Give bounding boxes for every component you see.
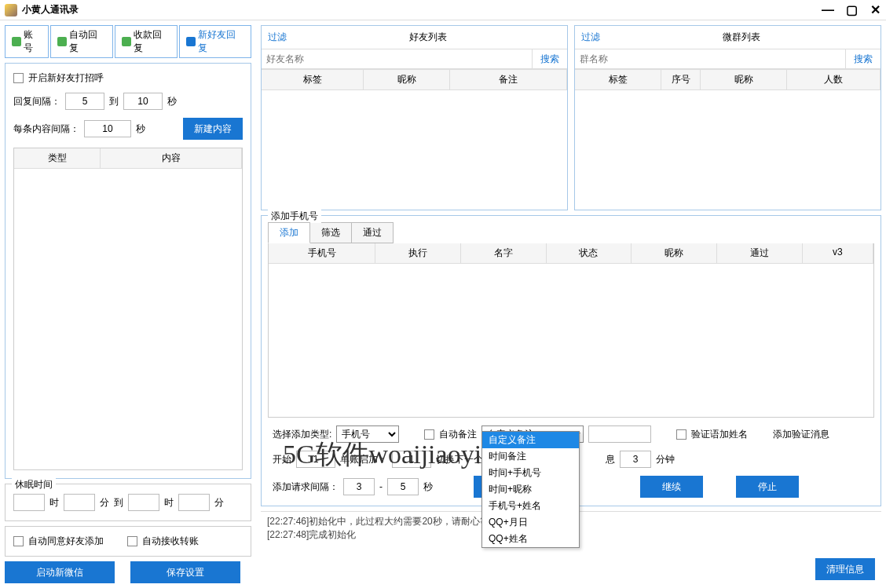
maximize-icon[interactable]: ▢ xyxy=(845,2,858,17)
doc-icon xyxy=(57,37,67,46)
content-interval-label: 每条内容间隔： xyxy=(13,122,79,136)
interval-from-input[interactable] xyxy=(65,93,104,110)
newfriend-panel: 开启新好友打招呼 回复间隔： 到 秒 每条内容间隔： 秒 新建内容 类型 内容 xyxy=(5,63,251,479)
type-select[interactable]: 手机号 xyxy=(336,425,399,443)
restmin-label: 分钟 xyxy=(656,453,675,466)
sleep-legend: 休眠时间 xyxy=(12,478,56,491)
content-interval-input[interactable] xyxy=(84,120,131,137)
reqto-input[interactable] xyxy=(387,478,419,495)
enable-checkbox[interactable] xyxy=(13,73,24,83)
tab-label: 新好友回复 xyxy=(198,28,244,55)
sec-label: 秒 xyxy=(167,95,177,108)
tab-account[interactable]: 账号 xyxy=(5,25,49,58)
rest-label: 息 xyxy=(606,453,615,466)
dropdown-item[interactable]: QQ+姓名 xyxy=(482,531,579,547)
auto-recv-checkbox[interactable] xyxy=(127,536,137,546)
continue-button[interactable]: 继续 xyxy=(640,476,703,498)
dropdown-item[interactable]: QQ+月日 xyxy=(482,514,579,531)
sleep-m2[interactable] xyxy=(178,494,210,511)
launch-button[interactable]: 启动新微信 xyxy=(5,561,115,583)
start-label: 开始 xyxy=(273,453,291,466)
dropdown-item[interactable]: 时间+手机号 xyxy=(482,465,579,481)
col-type: 类型 xyxy=(14,148,101,168)
single-label: 单账启加： xyxy=(340,453,387,466)
dropdown-item[interactable]: 时间+昵称 xyxy=(482,481,579,498)
minimize-icon[interactable]: — xyxy=(822,3,834,17)
search-button[interactable]: 搜索 xyxy=(532,49,567,68)
filter-link[interactable]: 过滤 xyxy=(268,31,287,44)
start-input[interactable] xyxy=(296,451,335,468)
single-input[interactable] xyxy=(392,451,431,468)
subtab-pass[interactable]: 通过 xyxy=(351,222,394,243)
bottom-buttons: 启动新微信 保存设置 xyxy=(5,561,251,583)
remark-input[interactable] xyxy=(588,425,651,443)
interval-to-input[interactable] xyxy=(123,93,163,110)
group-search-input[interactable] xyxy=(575,49,845,68)
col-phone: 手机号 xyxy=(269,243,375,263)
tab-newfriend[interactable]: 新好友回复 xyxy=(179,25,251,58)
new-content-button[interactable]: 新建内容 xyxy=(183,118,243,140)
left-tabs: 账号 自动回复 收款回复 新好友回复 xyxy=(5,25,251,58)
dropdown-item[interactable]: 时间备注 xyxy=(482,448,579,465)
titlebar: 小黄人通讯录 — ▢ ✕ xyxy=(0,0,886,20)
tab-payment[interactable]: 收款回复 xyxy=(115,25,178,58)
h-label: 时 xyxy=(164,496,174,509)
sleep-h1[interactable] xyxy=(13,494,45,511)
tab-label: 账号 xyxy=(24,28,42,55)
sec-label: 秒 xyxy=(423,480,433,494)
tab-autoreply[interactable]: 自动回复 xyxy=(50,25,113,58)
dash-label: - xyxy=(379,481,383,492)
remark-dropdown[interactable]: 自定义备注 时间备注 时间+手机号 时间+昵称 手机号+姓名 QQ+月日 QQ+… xyxy=(481,431,580,548)
search-button[interactable]: 搜索 xyxy=(845,49,881,68)
col-content: 内容 xyxy=(101,148,242,168)
col-nick: 昵称 xyxy=(632,243,717,263)
tab-label: 收款回复 xyxy=(134,28,170,55)
rest-input[interactable] xyxy=(620,451,651,468)
doc-icon xyxy=(12,37,21,46)
auto-agree-label: 自动同意好友添加 xyxy=(28,535,104,548)
close-icon[interactable]: ✕ xyxy=(869,2,881,17)
sleep-m1[interactable] xyxy=(64,494,95,511)
window-buttons: — ▢ ✕ xyxy=(822,2,881,17)
addphone-legend: 添加手机号 xyxy=(268,210,321,223)
subtab-filter[interactable]: 筛选 xyxy=(309,222,352,243)
auto-agree-checkbox[interactable] xyxy=(13,536,24,546)
h-label: 时 xyxy=(49,496,59,509)
verifyname-label: 验证语加姓名 xyxy=(691,428,748,441)
autoremark-checkbox[interactable] xyxy=(424,429,434,440)
sleep-h2[interactable] xyxy=(128,494,159,511)
friend-search-input[interactable] xyxy=(262,49,532,68)
stop-button[interactable]: 停止 xyxy=(736,476,799,498)
app-icon xyxy=(5,4,17,16)
doc-icon xyxy=(122,37,131,46)
doc-icon xyxy=(186,37,196,46)
col-exec: 执行 xyxy=(375,243,461,263)
interval-label: 回复间隔： xyxy=(13,95,60,108)
reqint-label: 添加请求间隔： xyxy=(273,480,339,494)
dropdown-item[interactable]: 手机号+姓名 xyxy=(482,498,579,514)
clear-button[interactable]: 清理信息 xyxy=(815,558,875,580)
filter-link[interactable]: 过滤 xyxy=(581,31,600,44)
verifyname-checkbox[interactable] xyxy=(676,429,686,440)
content-grid[interactable]: 类型 内容 xyxy=(13,148,243,470)
list-title: 微群列表 xyxy=(608,31,874,44)
col-nick: 昵称 xyxy=(701,70,787,89)
group-list-box: 过滤微群列表 搜索 标签 序号 昵称 人数 xyxy=(574,25,881,210)
to-label: 到 xyxy=(109,95,119,108)
sleep-fieldset: 休眠时间 时 分 到 时 分 xyxy=(5,484,251,521)
autoremark-label: 自动备注 xyxy=(439,428,477,441)
reqfrom-input[interactable] xyxy=(343,478,375,495)
col-status: 状态 xyxy=(547,243,632,263)
addverify-link[interactable]: 添加验证消息 xyxy=(773,428,829,441)
tab-label: 自动回复 xyxy=(69,28,106,55)
selecttype-label: 选择添加类型: xyxy=(273,428,331,441)
auto-options: 自动同意好友添加 自动接收转账 xyxy=(5,526,251,557)
enable-label: 开启新好友打招呼 xyxy=(28,71,104,85)
phone-grid[interactable]: 手机号 执行 名字 状态 昵称 通过 v3 xyxy=(268,243,874,418)
subtab-add[interactable]: 添加 xyxy=(268,222,310,243)
sec-label: 秒 xyxy=(136,122,145,136)
to-label: 到 xyxy=(114,496,123,509)
dropdown-item[interactable]: 自定义备注 xyxy=(482,432,579,448)
save-button[interactable]: 保存设置 xyxy=(130,561,240,583)
m-label: 分 xyxy=(214,496,224,509)
